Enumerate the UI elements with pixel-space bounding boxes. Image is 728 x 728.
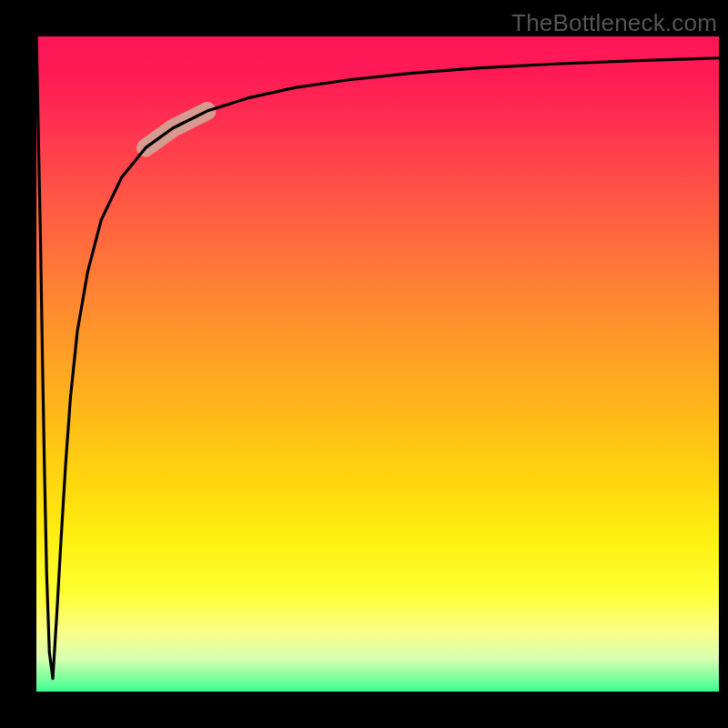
curve-layer [36,36,719,692]
curve-highlight-segment [146,111,207,147]
attribution-text: TheBottleneck.com [511,9,717,37]
chart-frame: TheBottleneck.com [0,0,728,728]
plot-area [36,36,719,692]
bottleneck-curve [36,36,719,679]
